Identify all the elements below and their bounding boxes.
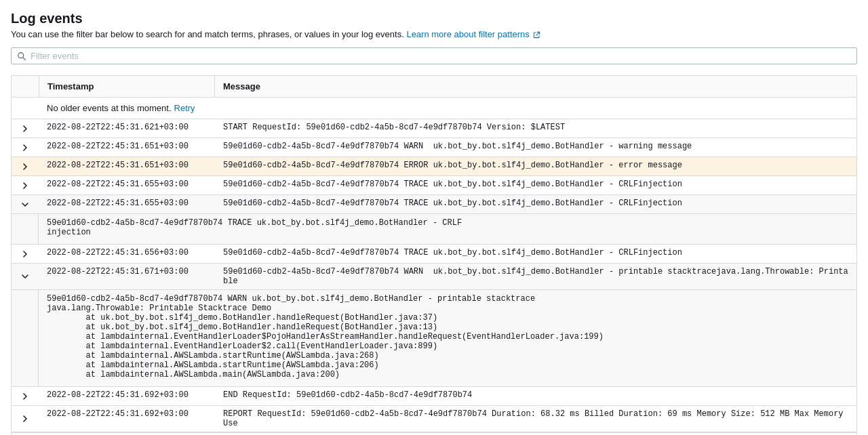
expand-button[interactable] <box>20 123 31 134</box>
row-message: REPORT RequestId: 59e01d60-cdb2-4a5b-8cd… <box>215 406 856 432</box>
row-timestamp: 2022-08-22T22:45:31.651+03:00 <box>39 157 215 175</box>
row-message: 59e01d60-cdb2-4a5b-8cd7-4e9df7870b74 ERR… <box>215 157 856 175</box>
row-message: 59e01d60-cdb2-4a5b-8cd7-4e9df7870b74 TRA… <box>215 176 856 194</box>
header-toggle <box>12 76 39 97</box>
table-row: 2022-08-22T22:45:31.671+03:0059e01d60-cd… <box>12 264 856 290</box>
table-row: 2022-08-22T22:45:31.655+03:0059e01d60-cd… <box>12 176 856 195</box>
row-toggle-cell[interactable] <box>12 387 39 405</box>
row-message: 59e01d60-cdb2-4a5b-8cd7-4e9df7870b74 TRA… <box>215 195 856 213</box>
retry-link[interactable]: Retry <box>174 103 195 113</box>
row-timestamp: 2022-08-22T22:45:31.621+03:00 <box>39 119 215 138</box>
expand-button[interactable] <box>20 142 31 153</box>
expand-button[interactable] <box>20 180 31 191</box>
row-timestamp: 2022-08-22T22:45:31.655+03:00 <box>39 195 215 213</box>
row-timestamp: 2022-08-22T22:45:31.656+03:00 <box>39 245 215 263</box>
row-timestamp: 2022-08-22T22:45:31.671+03:00 <box>39 264 215 289</box>
external-link-icon <box>533 31 540 39</box>
row-toggle-cell[interactable] <box>12 176 39 194</box>
row-toggle-cell[interactable] <box>12 406 39 432</box>
row-toggle-cell[interactable] <box>12 245 39 263</box>
table-row: 2022-08-22T22:45:31.692+03:00REPORT Requ… <box>12 406 856 432</box>
expanded-spacer <box>12 214 39 244</box>
table-header: Timestamp Message <box>12 76 856 98</box>
row-message: 59e01d60-cdb2-4a5b-8cd7-4e9df7870b74 TRA… <box>215 245 856 263</box>
row-message: 59e01d60-cdb2-4a5b-8cd7-4e9df7870b74 WAR… <box>215 264 856 289</box>
filter-input[interactable] <box>31 51 851 61</box>
expand-button[interactable] <box>20 161 31 172</box>
table-row: 2022-08-22T22:45:31.655+03:0059e01d60-cd… <box>12 195 856 214</box>
row-message: 59e01d60-cdb2-4a5b-8cd7-4e9df7870b74 WAR… <box>215 138 856 157</box>
expand-button[interactable] <box>20 391 31 402</box>
row-timestamp: 2022-08-22T22:45:31.655+03:00 <box>39 176 215 194</box>
row-toggle-cell[interactable] <box>12 195 39 213</box>
page-description: You can use the filter bar below to sear… <box>11 29 857 39</box>
page-title: Log events <box>11 11 857 26</box>
row-message: END RequestId: 59e01d60-cdb2-4a5b-8cd7-4… <box>215 387 856 405</box>
row-timestamp: 2022-08-22T22:45:31.692+03:00 <box>39 387 215 405</box>
search-icon <box>17 51 26 61</box>
row-toggle-cell[interactable] <box>12 138 39 157</box>
collapse-button[interactable] <box>20 199 31 210</box>
row-toggle-cell[interactable] <box>12 157 39 175</box>
table-row: 2022-08-22T22:45:31.651+03:0059e01d60-cd… <box>12 157 856 176</box>
expanded-spacer <box>12 290 39 386</box>
expand-button[interactable] <box>20 249 31 260</box>
row-message: START RequestId: 59e01d60-cdb2-4a5b-8cd7… <box>215 119 856 138</box>
table-row: 2022-08-22T22:45:31.621+03:00START Reque… <box>12 119 856 138</box>
row-timestamp: 2022-08-22T22:45:31.651+03:00 <box>39 138 215 157</box>
row-timestamp: 2022-08-22T22:45:31.692+03:00 <box>39 406 215 432</box>
no-older-events-row: No older events at this moment. Retry <box>12 98 856 119</box>
expand-button[interactable] <box>20 413 31 424</box>
no-newer-events-row: No newer events at this moment. Auto ret… <box>12 432 856 435</box>
expanded-content-row: 59e01d60-cdb2-4a5b-8cd7-4e9df7870b74 WAR… <box>12 290 856 387</box>
table-row: 2022-08-22T22:45:31.651+03:0059e01d60-cd… <box>12 138 856 157</box>
header-message: Message <box>215 76 856 97</box>
table-row: 2022-08-22T22:45:31.656+03:0059e01d60-cd… <box>12 245 856 264</box>
header-timestamp: Timestamp <box>39 76 215 97</box>
expanded-content: 59e01d60-cdb2-4a5b-8cd7-4e9df7870b74 WAR… <box>39 290 856 386</box>
row-toggle-cell[interactable] <box>12 264 39 289</box>
log-events-table: Timestamp Message No older events at thi… <box>11 75 857 435</box>
expanded-content-row: 59e01d60-cdb2-4a5b-8cd7-4e9df7870b74 TRA… <box>12 214 856 245</box>
log-rows-container: 2022-08-22T22:45:31.621+03:00START Reque… <box>12 119 856 432</box>
expanded-content: 59e01d60-cdb2-4a5b-8cd7-4e9df7870b74 TRA… <box>39 214 856 244</box>
collapse-button[interactable] <box>20 271 31 282</box>
row-toggle-cell[interactable] <box>12 119 39 138</box>
table-row: 2022-08-22T22:45:31.692+03:00END Request… <box>12 387 856 406</box>
filter-bar <box>11 47 857 64</box>
learn-more-link[interactable]: Learn more about filter patterns <box>406 29 540 39</box>
